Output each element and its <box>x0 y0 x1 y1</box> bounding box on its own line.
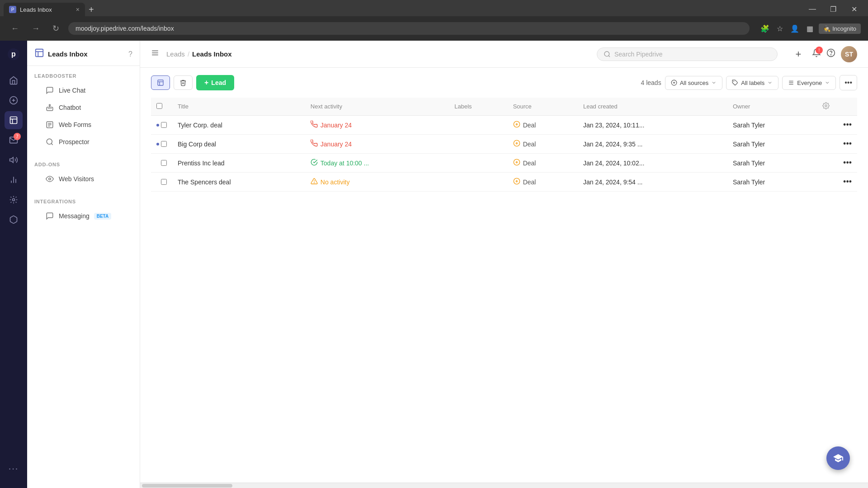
row-indicator <box>156 124 159 127</box>
sidebar-item-messaging[interactable]: Messaging BETA <box>38 208 129 224</box>
sidebar-toggle-icon[interactable]: ▦ <box>805 23 815 35</box>
trash-icon <box>179 79 187 86</box>
nav-item-integrations[interactable] <box>5 191 23 209</box>
row-owner: Sarah Tyler <box>727 154 817 173</box>
labels-filter-btn[interactable]: All labels <box>726 76 778 90</box>
breadcrumb-parent[interactable]: Leads <box>166 50 185 58</box>
table-row[interactable]: Prentiss Inc lead Today at 10:00 ... Dea… <box>151 154 857 173</box>
user-avatar[interactable]: ST <box>841 46 857 62</box>
more-actions-btn[interactable]: ••• <box>840 75 857 90</box>
svg-rect-5 <box>10 117 17 124</box>
table-row[interactable]: Big Corp deal January 24 Deal Jan 24, 20… <box>151 135 857 154</box>
addons-title: ADD-ONS <box>34 162 132 167</box>
nav-item-apps[interactable] <box>5 211 23 229</box>
deals-icon <box>9 96 18 105</box>
browser-tab[interactable]: P Leads Inbox × <box>4 3 85 16</box>
app-logo[interactable]: p <box>5 46 22 62</box>
help-btn[interactable]: ? <box>128 50 132 58</box>
prospector-icon <box>45 137 54 146</box>
row-title[interactable]: The Spencers deal <box>172 173 305 192</box>
row-source: Deal <box>508 116 578 135</box>
row-indicator <box>156 143 159 145</box>
integrations-title: INTEGRATIONS <box>34 199 132 204</box>
row-actions-btn[interactable]: ••• <box>817 154 857 173</box>
header-labels: Labels <box>449 98 507 116</box>
nav-item-deals[interactable] <box>5 91 23 109</box>
row-lead-created: Jan 24, 2024, 9:35 ... <box>578 135 727 154</box>
nav-item-leads[interactable] <box>5 111 23 129</box>
scrollbar-thumb[interactable] <box>142 484 232 488</box>
tab-close-btn[interactable]: × <box>76 6 80 13</box>
row-actions-btn[interactable]: ••• <box>817 173 857 192</box>
add-lead-label: Lead <box>211 79 226 86</box>
bookmark-icon[interactable]: ☆ <box>775 23 785 35</box>
nav-item-campaigns[interactable] <box>5 151 23 169</box>
chatbot-icon <box>45 103 54 112</box>
svg-line-32 <box>609 56 610 57</box>
svg-marker-8 <box>10 157 14 163</box>
breadcrumb-current: Leads Inbox <box>192 50 232 58</box>
row-lead-created: Jan 23, 2024, 10:11... <box>578 116 727 135</box>
source-text: Deal <box>523 141 536 148</box>
incognito-icon: 🕵 <box>823 25 830 32</box>
leads-inbox-icon <box>34 48 44 60</box>
refresh-btn[interactable]: ↻ <box>49 22 63 35</box>
nav-item-home[interactable] <box>5 71 23 89</box>
forward-btn[interactable]: → <box>28 22 43 35</box>
sidebar-item-prospector[interactable]: Prospector <box>38 134 129 150</box>
svg-point-25 <box>47 139 52 144</box>
row-title[interactable]: Big Corp deal <box>172 135 305 154</box>
row-checkbox[interactable] <box>161 122 167 128</box>
minimize-btn[interactable]: — <box>802 2 823 16</box>
hamburger-menu[interactable] <box>151 49 159 59</box>
sidebar-item-livechat[interactable]: Live Chat <box>38 82 129 99</box>
row-title[interactable]: Prentiss Inc lead <box>172 154 305 173</box>
help-icon[interactable] <box>826 48 835 60</box>
sidebar-item-chatbot[interactable]: Chatbot <box>38 99 129 116</box>
address-bar[interactable] <box>68 22 750 35</box>
webforms-icon <box>45 120 54 129</box>
sidebar-item-webforms[interactable]: Web Forms <box>38 117 129 133</box>
add-lead-btn[interactable]: + Lead <box>196 75 234 90</box>
row-labels <box>449 135 507 154</box>
maximize-btn[interactable]: ❐ <box>823 2 844 16</box>
row-actions-btn[interactable]: ••• <box>817 116 857 135</box>
notifications-icon[interactable]: ! <box>812 48 821 60</box>
table-row[interactable]: Tyler Corp. deal January 24 Deal Jan 23,… <box>151 116 857 135</box>
row-dot-cell <box>151 135 172 154</box>
row-checkbox[interactable] <box>161 160 167 166</box>
graduation-icon <box>833 453 844 464</box>
select-all-checkbox[interactable] <box>156 103 162 109</box>
extensions-icon[interactable]: 🧩 <box>759 23 771 35</box>
nav-item-settings[interactable]: ··· <box>5 459 23 477</box>
row-next-activity: January 24 <box>305 116 449 135</box>
left-navigation: p 7 ··· <box>0 41 27 488</box>
sources-filter-btn[interactable]: All sources <box>665 76 723 90</box>
horizontal-scrollbar[interactable] <box>140 483 868 488</box>
help-fab[interactable] <box>826 446 850 470</box>
integrations-section: INTEGRATIONS Messaging BETA <box>27 192 140 229</box>
table-body: Tyler Corp. deal January 24 Deal Jan 23,… <box>151 116 857 192</box>
close-btn[interactable]: ✕ <box>844 2 864 16</box>
owner-filter-btn[interactable]: Everyone <box>782 76 836 90</box>
list-view-btn[interactable] <box>151 75 170 90</box>
nav-item-activities[interactable]: 7 <box>5 131 23 149</box>
livechat-icon <box>45 86 54 95</box>
dots-label: ··· <box>9 463 19 474</box>
column-settings-icon[interactable] <box>822 102 830 109</box>
new-tab-btn[interactable]: + <box>85 3 98 16</box>
nav-item-reports[interactable] <box>5 171 23 189</box>
row-checkbox[interactable] <box>161 141 167 147</box>
row-actions-btn[interactable]: ••• <box>817 135 857 154</box>
trash-btn[interactable] <box>174 75 193 90</box>
profile-icon[interactable]: 👤 <box>788 23 801 35</box>
back-btn[interactable]: ← <box>7 22 23 35</box>
search-input[interactable] <box>614 51 705 58</box>
sidebar-item-webvisitors[interactable]: Web Visitors <box>38 171 129 187</box>
row-labels <box>449 154 507 173</box>
global-add-btn[interactable]: + <box>790 46 807 62</box>
table-row[interactable]: The Spencers deal No activity Deal Jan 2… <box>151 173 857 192</box>
row-title[interactable]: Tyler Corp. deal <box>172 116 305 135</box>
row-checkbox[interactable] <box>161 179 167 185</box>
incognito-btn[interactable]: 🕵 Incognito <box>819 23 861 34</box>
